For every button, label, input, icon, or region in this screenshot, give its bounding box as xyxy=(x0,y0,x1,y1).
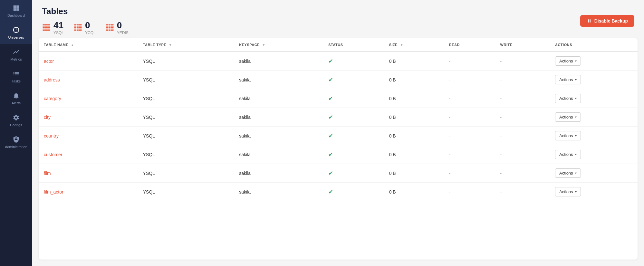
cell-actions-actor: Actions ▾ xyxy=(550,52,638,71)
svg-rect-8 xyxy=(74,26,82,27)
table-row: film YSQL sakila ✔ 0 B - - Actions ▾ xyxy=(39,164,638,183)
cell-write-film: - xyxy=(495,164,550,183)
table-name-link-category[interactable]: category xyxy=(44,96,61,101)
main-content: Tables 41 YSQL xyxy=(32,0,644,266)
actions-button-country[interactable]: Actions ▾ xyxy=(555,131,581,140)
sidebar-item-label-alerts: Alerts xyxy=(12,101,21,105)
sidebar-item-label-tasks: Tasks xyxy=(12,79,21,83)
table-name-link-address[interactable]: address xyxy=(44,77,60,82)
cell-name-customer: customer xyxy=(39,145,138,164)
table-row: actor YSQL sakila ✔ 0 B - - Actions ▾ xyxy=(39,52,638,71)
table-name-link-customer[interactable]: customer xyxy=(44,152,62,157)
cell-name-film_actor: film_actor xyxy=(39,183,138,201)
cell-read-actor: - xyxy=(444,52,495,71)
cell-read-category: - xyxy=(444,89,495,108)
stat-ycql: 0 YCQL xyxy=(73,20,96,35)
table-name-link-country[interactable]: country xyxy=(44,133,59,138)
sidebar-item-configs[interactable]: Configs xyxy=(0,109,32,131)
svg-rect-1 xyxy=(43,26,50,27)
sidebar-item-metrics[interactable]: Metrics xyxy=(0,44,32,66)
col-header-keyspace: KEYSPACE ▼ xyxy=(234,38,323,52)
status-check-icon: ✔ xyxy=(328,95,333,102)
cell-size-actor: 0 B xyxy=(384,52,444,71)
actions-caret-icon: ▾ xyxy=(575,97,577,100)
status-check-icon: ✔ xyxy=(328,151,333,158)
sidebar-item-dashboard[interactable]: Dashboard xyxy=(0,0,32,22)
cell-name-country: country xyxy=(39,127,138,145)
cell-name-category: category xyxy=(39,89,138,108)
actions-button-category[interactable]: Actions ▾ xyxy=(555,94,581,103)
cell-write-city: - xyxy=(495,108,550,127)
table-icon-yedis xyxy=(105,23,114,32)
cell-actions-category: Actions ▾ xyxy=(550,89,638,108)
actions-label: Actions xyxy=(559,189,573,194)
cell-status-film_actor: ✔ xyxy=(323,183,384,201)
cell-type-city: YSQL xyxy=(138,108,234,127)
actions-button-film_actor[interactable]: Actions ▾ xyxy=(555,187,581,196)
col-header-read: READ xyxy=(444,38,495,52)
cell-name-city: city xyxy=(39,108,138,127)
actions-label: Actions xyxy=(559,152,573,157)
sidebar-item-label-universes: Universes xyxy=(8,35,24,39)
table-row: customer YSQL sakila ✔ 0 B - - Actions ▾ xyxy=(39,145,638,164)
cell-write-actor: - xyxy=(495,52,550,71)
cell-size-address: 0 B xyxy=(384,71,444,89)
cell-write-address: - xyxy=(495,71,550,89)
actions-button-film[interactable]: Actions ▾ xyxy=(555,168,581,178)
svg-rect-11 xyxy=(74,30,82,31)
col-header-size: SIZE ▼ xyxy=(384,38,444,52)
col-header-type: TABLE TYPE ▼ xyxy=(138,38,234,52)
tables-table: TABLE NAME ▲ TABLE TYPE ▼ KEYSPACE ▼ STA… xyxy=(39,38,638,201)
sidebar-item-label-dashboard: Dashboard xyxy=(7,14,25,17)
cell-keyspace-film: sakila xyxy=(234,164,323,183)
sidebar-item-label-administration: Administration xyxy=(5,145,27,149)
cell-keyspace-city: sakila xyxy=(234,108,323,127)
sort-arrow-size: ▼ xyxy=(400,43,403,47)
sidebar-item-administration[interactable]: Administration xyxy=(0,131,32,153)
table-name-link-city[interactable]: city xyxy=(44,115,51,120)
cell-size-city: 0 B xyxy=(384,108,444,127)
cell-keyspace-country: sakila xyxy=(234,127,323,145)
cell-read-address: - xyxy=(444,71,495,89)
cell-type-film: YSQL xyxy=(138,164,234,183)
table-name-link-actor[interactable]: actor xyxy=(44,59,54,64)
cell-write-customer: - xyxy=(495,145,550,164)
alerts-icon xyxy=(13,92,20,99)
cell-actions-address: Actions ▾ xyxy=(550,71,638,89)
table-row: city YSQL sakila ✔ 0 B - - Actions ▾ xyxy=(39,108,638,127)
svg-rect-3 xyxy=(43,29,50,30)
actions-button-address[interactable]: Actions ▾ xyxy=(555,75,581,84)
col-header-status: STATUS xyxy=(323,38,384,52)
svg-rect-18 xyxy=(106,30,113,31)
sidebar: Dashboard Universes Metrics Tasks Alerts… xyxy=(0,0,32,266)
cell-keyspace-customer: sakila xyxy=(234,145,323,164)
actions-caret-icon: ▾ xyxy=(575,134,577,138)
actions-button-actor[interactable]: Actions ▾ xyxy=(555,56,581,66)
table-row: category YSQL sakila ✔ 0 B - - Actions ▾ xyxy=(39,89,638,108)
cell-status-address: ✔ xyxy=(323,71,384,89)
cell-status-city: ✔ xyxy=(323,108,384,127)
stat-count-ysql: 41 xyxy=(53,20,63,30)
table-name-link-film[interactable]: film xyxy=(44,171,51,176)
stat-ysql: 41 YSQL xyxy=(42,20,64,35)
svg-rect-15 xyxy=(106,26,113,27)
table-name-link-film_actor[interactable]: film_actor xyxy=(44,189,63,195)
actions-button-city[interactable]: Actions ▾ xyxy=(555,112,581,122)
svg-rect-7 xyxy=(74,24,82,26)
universes-icon xyxy=(13,26,20,33)
metrics-icon xyxy=(13,48,20,55)
cell-type-film_actor: YSQL xyxy=(138,183,234,201)
header: Tables 41 YSQL xyxy=(32,0,644,38)
stat-yedis: 0 YEDIS xyxy=(105,20,129,35)
sort-arrow-name: ▲ xyxy=(71,43,74,47)
cell-name-actor: actor xyxy=(39,52,138,71)
svg-rect-16 xyxy=(106,27,113,29)
disable-backup-button[interactable]: Disable Backup xyxy=(580,15,634,27)
status-check-icon: ✔ xyxy=(328,170,333,176)
sidebar-item-tasks[interactable]: Tasks xyxy=(0,66,32,88)
cell-actions-film_actor: Actions ▾ xyxy=(550,183,638,201)
sidebar-item-alerts[interactable]: Alerts xyxy=(0,88,32,109)
actions-button-customer[interactable]: Actions ▾ xyxy=(555,150,581,159)
page-title: Tables xyxy=(42,6,129,16)
sidebar-item-universes[interactable]: Universes xyxy=(0,22,32,44)
